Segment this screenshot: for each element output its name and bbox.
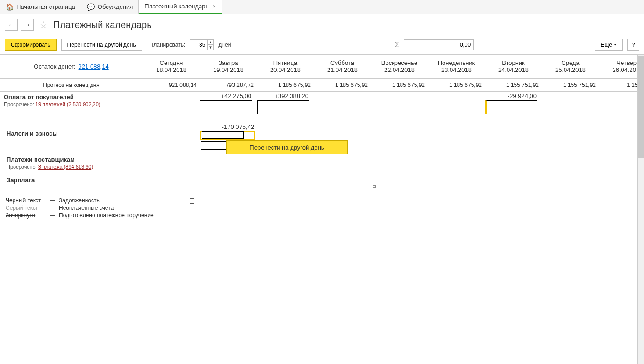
day-slot[interactable]: +392 388,20: [254, 92, 311, 115]
category-label-area: Налоги и взносы: [3, 122, 143, 139]
day-header: Среда25.04.2018: [542, 55, 599, 78]
nav-forward-button[interactable]: →: [21, 19, 34, 31]
cursor-artifact: [373, 185, 376, 188]
forecast-row: Прогноз на конец дня 921 088,14 793 287,…: [0, 79, 644, 92]
day-header: Завтра19.04.2018: [200, 55, 257, 78]
category-title: Оплата от покупателей: [4, 93, 136, 100]
move-day-button[interactable]: Перенести на другой день: [61, 39, 142, 51]
plan-days-stepper[interactable]: ▲ ▼: [190, 39, 214, 50]
legend-value: Неоплаченные счета: [59, 205, 114, 211]
day-header: Понедельник23.04.2018: [428, 55, 485, 78]
tab-discussions[interactable]: 💬 Обсуждения: [81, 0, 139, 14]
legend: Черный текст — Задолженность Серый текст…: [6, 197, 644, 219]
overdue-label: Просрочено:: [7, 164, 37, 170]
sum-input[interactable]: [404, 39, 474, 50]
day-header: Пятница20.04.2018: [257, 55, 314, 78]
forecast-cell: 1 155 751,92: [542, 79, 599, 91]
overdue-label: Просрочено:: [4, 101, 34, 107]
category-title: Платежи поставщикам: [7, 156, 139, 163]
calendar-grid: Остаток денег: 921 088,14 Сегодня18.04.2…: [0, 54, 644, 364]
amount: -29 924,00: [484, 93, 537, 100]
day-slot[interactable]: [140, 92, 197, 93]
balance-label: Остаток денег:: [34, 63, 75, 70]
forecast-cell: 1 185 675,92: [428, 79, 485, 91]
day-slot[interactable]: [143, 122, 200, 124]
home-icon: 🏠: [6, 3, 14, 11]
legend-key: Зачеркнуто: [6, 212, 46, 219]
forecast-cell: 1 185 675,92: [314, 79, 371, 91]
category-salary: Зарплата: [0, 175, 644, 189]
forecast-cell: 921 088,14: [143, 79, 200, 91]
day-slot[interactable]: [596, 92, 644, 93]
payment-card[interactable]: [200, 100, 252, 114]
more-button[interactable]: Еще: [595, 39, 623, 51]
tab-label: Обсуждения: [98, 3, 133, 10]
legend-key: Серый текст: [6, 205, 46, 211]
drag-tooltip: Перенести на другой день: [226, 140, 348, 154]
day-header: Воскресенье22.04.2018: [371, 55, 428, 78]
scrollbar-thumb[interactable]: [638, 56, 644, 158]
spin-up-icon[interactable]: ▲: [208, 40, 213, 45]
payment-card[interactable]: [485, 100, 537, 114]
category-label-area: Платежи поставщикам Просрочено: 3 платеж…: [3, 154, 143, 171]
day-slot[interactable]: [368, 92, 425, 93]
title-bar: ← → ☆ Платежный календарь: [0, 14, 644, 36]
drag-ghost[interactable]: [201, 141, 227, 150]
chat-icon: 💬: [87, 3, 95, 11]
balance-link[interactable]: 921 088,14: [79, 63, 109, 70]
forecast-cell: 1 185 675,92: [371, 79, 428, 91]
legend-value: Задолженность: [59, 197, 100, 204]
overdue-link[interactable]: 19 платежей (2 530 902,20): [36, 101, 100, 107]
category-buyers: Оплата от покупателей Просрочено: 19 пла…: [0, 92, 644, 119]
legend-value: Подготовлено платежное поручение: [59, 212, 154, 219]
legend-key: Черный текст: [6, 197, 46, 204]
day-slot-taxes[interactable]: -170 075,42 Перенести на другой день: [200, 122, 257, 131]
category-label-area: Оплата от покупателей Просрочено: 19 пла…: [0, 92, 140, 109]
category-title: Зарплата: [7, 177, 139, 184]
page-title: Платежный календарь: [53, 20, 152, 30]
favorite-star-icon[interactable]: ☆: [39, 19, 48, 30]
day-slot[interactable]: -29 924,00: [482, 92, 539, 115]
vertical-scrollbar[interactable]: [637, 55, 644, 364]
plan-days-unit: дней: [218, 42, 231, 48]
day-header: Суббота21.04.2018: [314, 55, 371, 78]
tab-payment-calendar[interactable]: Платежный календарь ×: [139, 0, 222, 14]
tab-home[interactable]: 🏠 Начальная страница: [0, 0, 81, 14]
day-slot[interactable]: +42 275,00: [197, 92, 254, 115]
close-icon[interactable]: ×: [212, 3, 216, 10]
category-suppliers: Платежи поставщикам Просрочено: 3 платеж…: [0, 154, 644, 173]
sigma-icon: Σ: [394, 41, 399, 49]
forecast-label: Прогноз на конец дня: [0, 79, 143, 91]
tab-bar: 🏠 Начальная страница 💬 Обсуждения Платеж…: [0, 0, 644, 14]
nav-back-button[interactable]: ←: [5, 19, 18, 31]
forecast-cell: 1 185 675,92: [257, 79, 314, 91]
plan-label: Планировать:: [150, 42, 186, 48]
day-slot[interactable]: [311, 92, 368, 93]
help-button[interactable]: ?: [627, 39, 639, 51]
cursor-artifact: [190, 198, 194, 204]
grid-header-days: Остаток денег: 921 088,14 Сегодня18.04.2…: [0, 55, 644, 79]
category-title: Налоги и взносы: [7, 130, 139, 137]
plan-days-input[interactable]: [190, 40, 207, 50]
day-header: Сегодня18.04.2018: [143, 55, 200, 78]
day-slot[interactable]: [425, 92, 482, 93]
balance-header-cell: Остаток денег: 921 088,14: [0, 55, 143, 78]
drag-ghost[interactable]: [202, 131, 244, 139]
payment-card[interactable]: [257, 100, 309, 114]
toolbar: Сформировать Перенести на другой день Пл…: [0, 36, 644, 54]
category-taxes: Налоги и взносы -170 075,42 Перенести на…: [0, 122, 644, 150]
spin-down-icon[interactable]: ▼: [208, 45, 213, 50]
overdue-link[interactable]: 3 платежа (894 613,60): [38, 164, 93, 170]
day-header: Вторник24.04.2018: [485, 55, 542, 78]
tab-label: Начальная страница: [16, 3, 75, 10]
forecast-cell: 1 155 751,92: [485, 79, 542, 91]
tab-label: Платежный календарь: [144, 3, 208, 10]
amount: +42 275,00: [199, 93, 252, 100]
day-slot[interactable]: [539, 92, 596, 93]
category-label-area: Зарплата: [3, 175, 143, 186]
amount: +392 388,20: [256, 93, 309, 100]
amount: -170 075,42: [202, 123, 255, 130]
generate-button[interactable]: Сформировать: [5, 39, 57, 51]
forecast-cell: 793 287,72: [200, 79, 257, 91]
